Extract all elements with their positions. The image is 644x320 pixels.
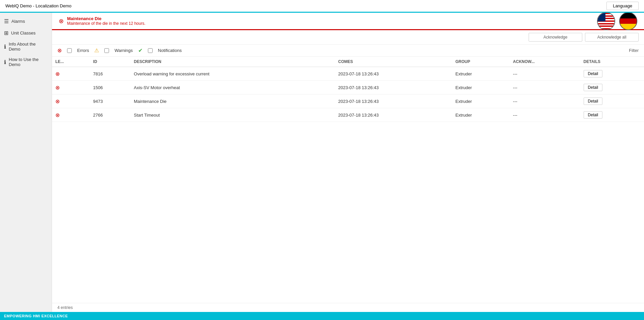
row-comes: 2023-07-18 13:26:43 [335,67,452,81]
notification-error-icon: ⊗ [59,17,64,25]
bottom-bar-text: EMPOWERING HMI EXCELLENCE [4,314,68,318]
us-flag-canton [598,13,605,21]
sidebar-label-alarms: Alarms [11,19,25,24]
filter-row: ⊗ Errors ⚠ Warnings ✔ Notifications Filt… [52,45,644,57]
acknowledge-button[interactable]: Acknowledge [529,33,582,42]
col-comes: COMES [335,57,452,67]
row-acknowledge: --- [509,108,580,122]
top-bar: WebIQ Demo - Localization Demo Language [0,0,644,13]
row-id: 2766 [90,108,130,122]
bottom-bar: EMPOWERING HMI EXCELLENCE [0,312,644,320]
row-id: 7816 [90,67,130,81]
alarm-tbody: ⊗7816Overload warning for excessive curr… [52,67,644,122]
notification-text: Maintenance Die Maintenance of the die i… [67,16,146,26]
filter-right: Filter [629,48,639,53]
row-id: 9473 [90,94,130,108]
sidebar-label-how-to: How to Use the Demo [9,57,48,67]
row-detail-cell: Detail [580,108,644,122]
notif-filter-icon: ✔ [138,47,143,54]
alarms-icon: ☰ [4,18,9,24]
table-row: ⊗7816Overload warning for excessive curr… [52,67,644,81]
sidebar-label-info-about: Info About the Demo [9,42,48,52]
sidebar-item-how-to[interactable]: ℹ How to Use the Demo [0,54,52,70]
error-row-icon: ⊗ [55,99,60,104]
row-level-icon: ⊗ [52,81,90,94]
errors-checkbox[interactable] [67,48,72,53]
row-level-icon: ⊗ [52,108,90,122]
sidebar-item-unit-classes[interactable]: ⊞ Unit Classes [0,27,52,39]
unit-classes-icon: ⊞ [4,30,8,36]
row-description: Overload warning for excessive current [130,67,335,81]
sidebar-item-alarms[interactable]: ☰ Alarms [0,15,52,27]
acknowledge-all-button[interactable]: Acknowledge all [585,33,639,42]
table-row: ⊗1506Axis-SV Motor overheat2023-07-18 13… [52,81,644,94]
row-detail-cell: Detail [580,67,644,81]
sidebar-item-info-about[interactable]: ℹ Info About the Demo [0,39,52,54]
row-description: Start Timeout [130,108,335,122]
filter-button[interactable]: Filter [629,48,639,53]
language-button[interactable]: Language [606,2,639,10]
row-group: Extruder [452,94,510,108]
flag-area [597,13,637,30]
row-acknowledge: --- [509,94,580,108]
notifications-checkbox[interactable] [148,48,153,53]
warning-filter-icon: ⚠ [94,47,99,54]
warnings-label: Warnings [114,48,132,53]
toolbar-row: Acknowledge Acknowledge all [52,30,644,45]
error-row-icon: ⊗ [55,112,60,118]
col-id: ID [90,57,130,67]
sidebar: ☰ Alarms ⊞ Unit Classes ℹ Info About the… [0,13,52,312]
us-flag-button[interactable] [597,13,615,30]
notification-banner: ⊗ Maintenance Die Maintenance of the die… [52,13,644,30]
errors-label: Errors [77,48,89,53]
de-flag-button[interactable] [619,13,637,30]
table-row: ⊗2766Start Timeout2023-07-18 13:26:43Ext… [52,108,644,122]
error-filter-icon: ⊗ [57,47,62,54]
col-acknowledge: ACKNOW... [509,57,580,67]
row-comes: 2023-07-18 13:26:43 [335,108,452,122]
row-detail-cell: Detail [580,94,644,108]
row-description: Axis-SV Motor overheat [130,81,335,94]
row-id: 1506 [90,81,130,94]
row-comes: 2023-07-18 13:26:43 [335,94,452,108]
row-comes: 2023-07-18 13:26:43 [335,81,452,94]
notifications-label: Notifications [158,48,182,53]
row-acknowledge: --- [509,67,580,81]
col-description: DESCRIPTION [130,57,335,67]
row-group: Extruder [452,108,510,122]
table-footer: 4 entries [52,303,644,312]
notification-subtitle: Maintenance of the die in the next 12 ho… [67,21,146,26]
notification-title: Maintenance Die [67,16,146,21]
content-area: ⊗ Maintenance Die Maintenance of the die… [52,13,644,312]
main-layout: ☰ Alarms ⊞ Unit Classes ℹ Info About the… [0,13,644,312]
row-level-icon: ⊗ [52,67,90,81]
col-level: LE... [52,57,90,67]
table-row: ⊗9473Maintenance Die2023-07-18 13:26:43E… [52,94,644,108]
col-details: DETAILS [580,57,644,67]
info-about-icon: ℹ [4,44,6,50]
row-level-icon: ⊗ [52,94,90,108]
error-row-icon: ⊗ [55,71,60,77]
table-header: LE... ID DESCRIPTION COMES GROUP ACKNOW.… [52,57,644,67]
warnings-checkbox[interactable] [104,48,109,53]
sidebar-label-unit-classes: Unit Classes [11,30,36,36]
row-group: Extruder [452,67,510,81]
alarm-table: LE... ID DESCRIPTION COMES GROUP ACKNOW.… [52,57,644,122]
app-title: WebIQ Demo - Localization Demo [5,3,71,8]
detail-button[interactable]: Detail [584,111,603,119]
row-detail-cell: Detail [580,81,644,94]
entry-count: 4 entries [57,305,73,310]
detail-button[interactable]: Detail [584,70,603,77]
error-row-icon: ⊗ [55,85,60,90]
detail-button[interactable]: Detail [584,84,603,91]
row-description: Maintenance Die [130,94,335,108]
detail-button[interactable]: Detail [584,98,603,105]
col-group: GROUP [452,57,510,67]
row-acknowledge: --- [509,81,580,94]
row-group: Extruder [452,81,510,94]
how-to-icon: ℹ [4,59,6,65]
alarm-table-wrap: LE... ID DESCRIPTION COMES GROUP ACKNOW.… [52,57,644,303]
